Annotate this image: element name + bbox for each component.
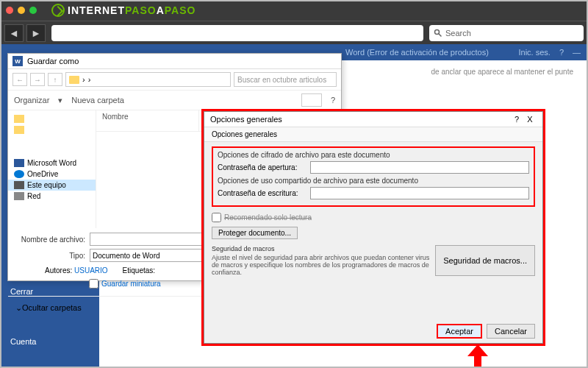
word-help-icon[interactable]: ? xyxy=(559,48,564,57)
svg-point-0 xyxy=(435,29,440,34)
chevron-down-icon: ⌄ xyxy=(15,303,22,313)
col-name[interactable]: Nombre xyxy=(96,110,199,131)
browser-toolbar: ◄ ► Search xyxy=(0,21,588,44)
tags-label: Etiquetas: xyxy=(123,266,155,275)
nav-up-button[interactable]: ↑ xyxy=(48,73,62,86)
signin-link[interactable]: Inic. ses. xyxy=(518,48,550,57)
filename-label: Nombre de archivo: xyxy=(15,236,85,244)
encryption-section-head: Opciones de cifrado de archivo para este… xyxy=(218,151,529,159)
logo-text-4: PASO xyxy=(165,4,196,16)
general-options-dialog: Opciones generales ? X Opciones generale… xyxy=(204,111,543,344)
tree-label: Este equipo xyxy=(27,181,66,189)
word-title-text: Word (Error de activación de productos) xyxy=(345,48,489,57)
chevron-down-icon: ▾ xyxy=(58,96,62,105)
minimize-window-icon[interactable] xyxy=(18,7,25,14)
close-button[interactable]: X xyxy=(523,115,537,124)
readonly-checkbox[interactable] xyxy=(212,213,221,222)
svg-line-1 xyxy=(439,33,442,36)
hide-folders-link[interactable]: Ocultar carpetas xyxy=(22,303,82,312)
organize-menu[interactable]: Organizar xyxy=(14,96,49,105)
word-app-icon: W xyxy=(12,56,23,66)
tree-item-onedrive[interactable]: OneDrive xyxy=(8,169,96,180)
close-window-icon[interactable] xyxy=(6,7,13,14)
search-icon xyxy=(434,29,442,38)
save-thumbnail-label: Guardar miniatura xyxy=(101,280,161,288)
tree-label: Microsoft Word xyxy=(27,159,76,167)
chevron-right-icon: › xyxy=(82,75,85,84)
folder-icon xyxy=(14,115,24,123)
highlight-box: Opciones de cifrado de archivo para este… xyxy=(212,146,535,207)
macro-section-head: Seguridad de macros xyxy=(212,245,429,252)
chevron-right-icon: › xyxy=(88,75,91,84)
folder-tree: Microsoft Word OneDrive Este equipo Red xyxy=(8,110,96,228)
word-minimize-icon[interactable]: — xyxy=(573,48,581,57)
folder-search-input[interactable]: Buscar en octubre articulos xyxy=(234,72,337,87)
save-thumbnail-checkbox[interactable] xyxy=(89,279,98,289)
tree-label: OneDrive xyxy=(27,170,58,178)
tree-label: Red xyxy=(27,192,40,200)
tree-item-word[interactable]: Microsoft Word xyxy=(8,158,96,169)
logo-text-3: A xyxy=(157,4,165,16)
folder-icon xyxy=(14,126,24,134)
breadcrumb[interactable]: › › xyxy=(65,72,231,87)
tree-item-pc[interactable]: Este equipo xyxy=(8,180,96,191)
logo-icon xyxy=(51,4,65,17)
tree-folder[interactable] xyxy=(8,124,96,135)
folder-search-placeholder: Buscar en octubre articulos xyxy=(237,76,326,84)
tree-item-network[interactable]: Red xyxy=(8,191,96,202)
cloud-icon xyxy=(14,170,24,178)
pc-icon xyxy=(14,181,24,189)
folder-icon xyxy=(69,76,79,84)
maximize-window-icon[interactable] xyxy=(29,7,37,14)
site-logo: INTERNETPASOAPASO xyxy=(51,4,196,17)
options-title: Opciones generales xyxy=(210,115,282,124)
nav-back-button[interactable]: ← xyxy=(12,73,27,86)
help-button[interactable]: ? xyxy=(510,115,523,124)
readonly-label: Recomendado solo lectura xyxy=(224,213,312,222)
sidebar-item-cuenta[interactable]: Cuenta xyxy=(0,331,99,352)
help-icon[interactable]: ? xyxy=(331,96,335,105)
options-tab[interactable]: Opciones generales xyxy=(204,127,542,142)
browser-titlebar: INTERNETPASOAPASO xyxy=(0,0,588,21)
tree-folder[interactable] xyxy=(8,113,96,124)
cancel-button[interactable]: Cancelar xyxy=(487,324,535,339)
filetype-label: Tipo: xyxy=(15,252,85,260)
protect-document-button[interactable]: Proteger documento... xyxy=(212,227,298,239)
view-mode-button[interactable] xyxy=(301,93,322,107)
password-write-label: Contraseña de escritura: xyxy=(218,189,306,197)
new-folder-button[interactable]: Nueva carpeta xyxy=(71,96,124,105)
network-icon xyxy=(14,192,24,200)
arrow-up-icon xyxy=(467,344,488,367)
accept-button[interactable]: Aceptar xyxy=(437,324,482,339)
search-input[interactable]: Search xyxy=(429,25,584,41)
sharing-section-head: Opciones de uso compartido de archivo pa… xyxy=(218,177,529,185)
url-input[interactable] xyxy=(51,25,423,41)
password-open-input[interactable] xyxy=(310,161,529,174)
logo-text-1: INTERNET xyxy=(68,4,125,16)
password-open-label: Contraseña de apertura: xyxy=(218,163,306,171)
password-write-input[interactable] xyxy=(310,187,529,199)
nav-fwd-button[interactable]: → xyxy=(30,73,45,86)
authors-value[interactable]: USUARIO xyxy=(74,266,108,275)
forward-button[interactable]: ► xyxy=(26,24,46,42)
authors-label: Autores: xyxy=(45,266,72,275)
search-placeholder: Search xyxy=(445,29,471,38)
save-as-title: Guardar como xyxy=(27,57,79,66)
macro-description: Ajuste el nivel de seguridad para abrir … xyxy=(212,254,429,276)
word-icon xyxy=(14,159,24,167)
macro-security-button[interactable]: Seguridad de macros... xyxy=(435,245,535,276)
logo-text-2: PASO xyxy=(125,4,157,16)
back-button[interactable]: ◄ xyxy=(4,24,24,42)
